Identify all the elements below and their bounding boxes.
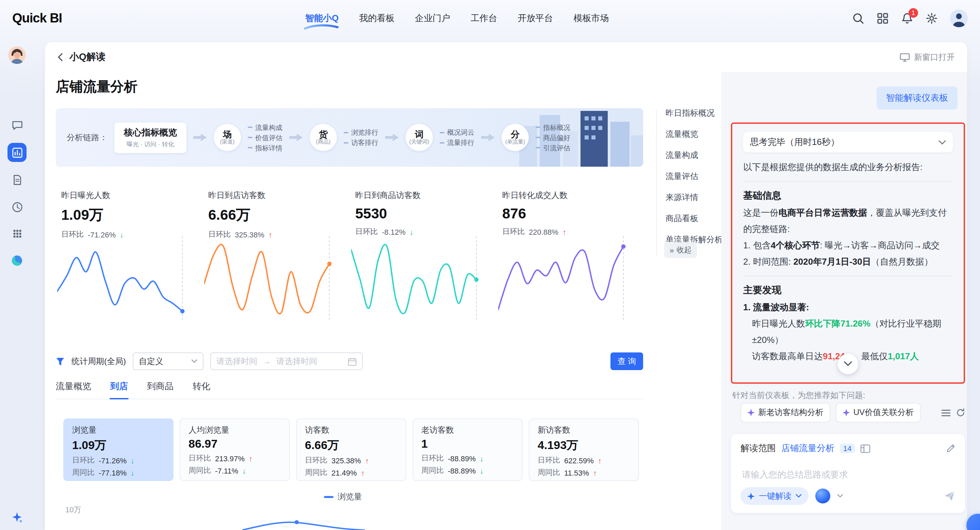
nav-item-my-dashboards[interactable]: 我的看板 [359, 12, 395, 24]
chain-node-channel[interactable]: 场 (渠道) [214, 124, 241, 151]
filter-label: 统计周期(全局) [72, 355, 126, 367]
chain-node-traffic-items: 指标概况 商品偏好 引流评估 [536, 123, 570, 152]
trend-arrow-icon: ↓ [480, 454, 484, 462]
collapse-button[interactable]: » 收起 [664, 242, 697, 258]
list-icon[interactable] [941, 409, 951, 417]
message-icon[interactable] [8, 116, 27, 135]
breadcrumb-title: 小Q解读 [69, 51, 105, 63]
tab-conversion[interactable]: 转化 [192, 380, 210, 393]
chain-node-traffic[interactable]: 分 (单流量) [501, 124, 529, 151]
chip-new-old-visitor-analysis[interactable]: 新老访客结构分析 [740, 403, 830, 422]
topbar: Quick BI 智能小Q 我的看板 企业门户 工作台 开放平台 模板市场 [0, 0, 980, 36]
refresh-icon[interactable] [956, 408, 965, 417]
arrow-right-icon [193, 134, 207, 141]
date-start-placeholder: 请选择时间 [216, 355, 257, 367]
chevron-down-icon [795, 494, 802, 498]
date-end-placeholder: 请选择时间 [276, 355, 317, 367]
anchor-traffic-overview[interactable]: 流量概览 [666, 129, 724, 140]
thinking-complete-label: 思考完毕（用时16秒） [750, 136, 840, 148]
metric-card-new-visitors[interactable]: 新访客数 4.193万 日环比622.59%↑ 周同比11.53%↑ [529, 419, 639, 481]
metric-title: 新访客数 [538, 425, 630, 436]
user-avatar[interactable] [950, 9, 968, 27]
globe-icon[interactable] [8, 251, 27, 270]
anchor-traffic-composition[interactable]: 流量构成 [666, 150, 724, 161]
chain-node-keyword[interactable]: 词 (关键词) [406, 124, 433, 151]
metric-card-returning-visitors[interactable]: 老访客数 1 日环比-88.89%↓ 周同比-88.89%↓ [412, 419, 523, 481]
model-selector-icon[interactable] [815, 489, 830, 503]
trend-arrow-icon: ↑ [593, 468, 597, 477]
anchor-yesterday-overview[interactable]: 昨日指标概况 [666, 108, 724, 119]
divider [743, 276, 953, 276]
metric-card-pageviews[interactable]: 浏览量 1.09万 日环比-71.26%↓ 周同比-77.18%↓ [63, 419, 173, 481]
metric-card-avg-pageviews[interactable]: 人均浏览量 86.97 日环比213.97%↑ 周同比-7.11%↓ [180, 419, 290, 481]
notifications-bell-icon[interactable]: 1 [901, 12, 913, 24]
query-button[interactable]: 查 询 [611, 352, 643, 370]
smart-interpret-dashboard-button[interactable]: 智能解读仪表板 [877, 86, 958, 109]
period-select[interactable]: 自定义 [133, 352, 204, 370]
ai-sparkle-icon[interactable] [8, 508, 27, 527]
trend-arrow-icon: ↓ [480, 467, 484, 474]
metric-value: 86.97 [189, 438, 281, 451]
nav-item-open-platform[interactable]: 开放平台 [517, 12, 553, 24]
report-item: 2. 时间范围: 2020年7月1日-30日（自然月数据） [743, 254, 953, 270]
nav-item-template-market[interactable]: 模板市场 [573, 12, 609, 24]
chevron-down-icon [191, 359, 197, 363]
floating-assistant-button[interactable] [966, 514, 980, 530]
nav-item-workbench[interactable]: 工作台 [471, 12, 497, 24]
divider [743, 181, 953, 182]
metric-card-visitors[interactable]: 访客数 6.66万 日环比325.38%↑ 周同比21.49%↑ [296, 419, 406, 481]
node-char: 分 [511, 130, 520, 138]
date-range-picker[interactable]: 请选择时间 → 请选择时间 [210, 352, 363, 370]
card-header: 小Q解读 新窗口打开 [45, 42, 967, 72]
topbar-icons: 1 [852, 9, 968, 27]
open-new-window-button[interactable]: 新窗口打开 [900, 51, 955, 63]
quickbi-logo[interactable]: Quick BI [12, 11, 62, 25]
tab-traffic-overview[interactable]: 流量概览 [56, 380, 91, 393]
report-icon[interactable] [8, 170, 27, 189]
kpi-title: 昨日曝光人数 [56, 187, 197, 202]
kpi-sparkline-chart [498, 235, 634, 323]
ai-prompt-input[interactable] [740, 461, 956, 487]
anchor-source-details[interactable]: 来源详情 [666, 192, 724, 203]
nav-item-smart-q[interactable]: 智能小Q [305, 12, 339, 24]
anchor-product-board[interactable]: 商品看板 [666, 213, 724, 225]
apps-grid-icon[interactable] [877, 12, 889, 24]
trend-legend[interactable]: 浏览量 [324, 491, 362, 503]
core-node-subtitle: 曝光 · 访问 · 转化 [124, 140, 177, 149]
thinking-complete-header[interactable]: 思考完毕（用时16秒） [743, 132, 953, 152]
metric-title: 人均浏览量 [189, 425, 281, 436]
chip-label: UV价值关联分析 [853, 407, 914, 419]
chip-uv-value-analysis[interactable]: UV价值关联分析 [836, 403, 920, 422]
edit-pen-icon[interactable] [946, 444, 956, 453]
history-icon[interactable] [8, 197, 27, 216]
report-finding-title: 1. 流量波动显著: [743, 299, 953, 316]
dashboard-icon[interactable] [8, 143, 27, 162]
nav-item-enterprise-portal[interactable]: 企业门户 [415, 12, 450, 24]
settings-gear-icon[interactable] [926, 12, 938, 24]
notification-badge: 1 [908, 8, 918, 17]
arrow-right-icon [289, 134, 303, 141]
tab-product[interactable]: 到商品 [147, 380, 173, 393]
report-paragraph: 这是一份电商平台日常运营数据，覆盖从曝光到支付的完整链路: [743, 205, 953, 238]
metric-title: 老访客数 [421, 425, 514, 436]
apps-icon[interactable] [8, 224, 27, 243]
expand-more-button[interactable] [838, 354, 858, 374]
send-icon[interactable] [943, 490, 956, 502]
tab-store[interactable]: 到店 [110, 380, 128, 393]
back-button[interactable]: 小Q解读 [57, 51, 105, 63]
chevron-down-icon[interactable] [837, 494, 843, 498]
scope-value-link[interactable]: 店铺流量分析 [781, 442, 834, 454]
anchor-traffic-evaluation[interactable]: 流量评估 [666, 171, 724, 182]
chain-node-goods[interactable]: 货 (商品) [310, 124, 337, 151]
chevron-down-icon [844, 361, 852, 367]
core-metric-node[interactable]: 核心指标概览 曝光 · 访问 · 转化 [115, 122, 186, 153]
rail-user-avatar[interactable] [8, 46, 26, 64]
board-icon[interactable] [861, 444, 871, 453]
kpi-sparkline-chart [204, 235, 340, 323]
core-node-title: 核心指标概览 [124, 126, 177, 138]
kpi-value: 876 [497, 202, 638, 222]
one-click-interpret-button[interactable]: 一键解读 [740, 487, 808, 505]
search-icon[interactable] [852, 12, 864, 24]
node-char: 词 [415, 130, 424, 138]
traffic-trend-chart-partial [242, 519, 365, 530]
